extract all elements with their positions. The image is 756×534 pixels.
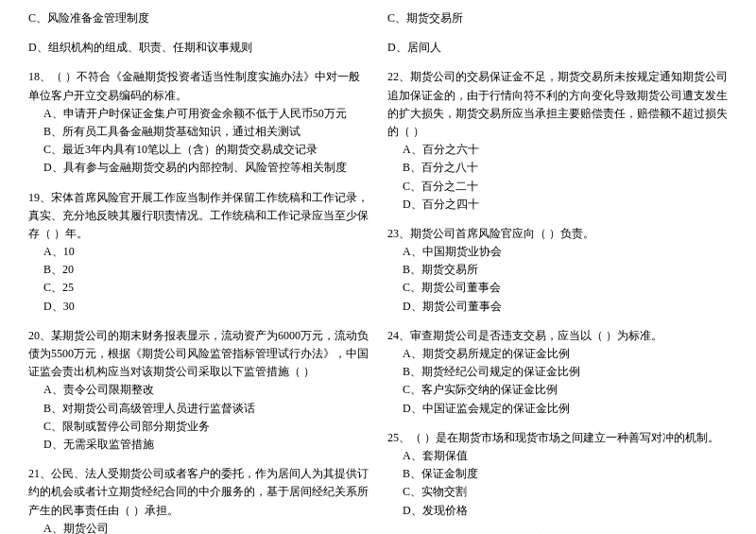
left-column: C、风险准备金管理制度 D、组织机构的组成、职责、任期和议事规则 18、（ ）不…	[28, 9, 369, 534]
page-content: C、风险准备金管理制度 D、组织机构的组成、职责、任期和议事规则 18、（ ）不…	[28, 9, 728, 534]
question-21: 21、公民、法人受期货公司或者客户的委托，作为居间人为其提供订约的机会或者计立期…	[28, 465, 369, 534]
q25-opt-b: B、保证金制度	[403, 465, 728, 483]
q25-opt-d: D、发现价格	[403, 502, 728, 520]
q25-opt-c: C、实物交割	[403, 483, 728, 501]
right-column: C、期货交易所 D、居间人 22、期货公司的交易保证金不足，期货交易所未按规定通…	[387, 9, 728, 534]
q25-text: 25、（ ）是在期货市场和现货市场之间建立一种善写对冲的机制。	[387, 429, 728, 447]
q19-opt-a: A、10	[43, 243, 369, 261]
q24-opt-a: A、期货交易所规定的保证金比例	[403, 345, 728, 363]
q23-opt-a: A、中国期货业协会	[403, 243, 728, 261]
q18-opt-b: B、所有员工具备金融期货基础知识，通过相关测试	[43, 123, 369, 141]
q19-opt-b: B、20	[43, 261, 369, 279]
q18-text: 18、（ ）不符合《金融期货投资者适当性制度实施办法》中对一般单位客户开立交易编…	[28, 68, 369, 104]
q23-opt-d: D、期货公司董事会	[403, 298, 728, 316]
question-25: 25、（ ）是在期货市场和现货市场之间建立一种善写对冲的机制。 A、套期保值 B…	[387, 429, 728, 520]
q20-opt-c: C、限制或暂停公司部分期货业务	[43, 418, 369, 436]
question-18: 18、（ ）不符合《金融期货投资者适当性制度实施办法》中对一般单位客户开立交易编…	[28, 68, 369, 177]
item-c-wind: C、风险准备金管理制度	[28, 9, 369, 27]
q23-opt-b: B、期货交易所	[403, 261, 728, 279]
q22-opt-d: D、百分之四十	[403, 196, 728, 214]
q25-opt-a: A、套期保值	[403, 447, 728, 465]
q20-opt-a: A、责令公司限期整改	[43, 381, 369, 399]
item-c-wind-text: C、风险准备金管理制度	[28, 11, 149, 25]
q19-opt-d: D、30	[43, 298, 369, 316]
q24-text: 24、审查期货公司是否违支交易，应当以（ ）为标准。	[387, 327, 728, 345]
q24-opt-b: B、期货经纪公司规定的保证金比例	[403, 363, 728, 381]
question-20: 20、某期货公司的期末财务报表显示，流动资产为6000万元，流动负债为5500万…	[28, 327, 369, 454]
q23-text: 23、期货公司首席风险官应向（ ）负责。	[387, 225, 728, 243]
question-24: 24、审查期货公司是否违支交易，应当以（ ）为标准。 A、期货交易所规定的保证金…	[387, 327, 728, 418]
q22-opt-c: C、百分之二十	[403, 178, 728, 196]
item-c-exchange-text: C、期货交易所	[387, 11, 463, 25]
question-19: 19、宋体首席风险官开展工作应当制作并保留工作统稿和工作记录，真实、充分地反映其…	[28, 189, 369, 316]
item-c-exchange: C、期货交易所	[387, 9, 728, 27]
q21-opt-a: A、期货公司	[43, 520, 369, 534]
q22-opt-a: A、百分之六十	[403, 141, 728, 159]
q19-text: 19、宋体首席风险官开展工作应当制作并保留工作统稿和工作记录，真实、充分地反映其…	[28, 189, 369, 244]
item-d-org-text: D、组织机构的组成、职责、任期和议事规则	[28, 41, 252, 54]
q22-text: 22、期货公司的交易保证金不足，期货交易所未按规定通知期货公司追加保证金的，由于…	[387, 68, 728, 141]
question-22: 22、期货公司的交易保证金不足，期货交易所未按规定通知期货公司追加保证金的，由于…	[387, 68, 728, 214]
question-23: 23、期货公司首席风险官应向（ ）负责。 A、中国期货业协会 B、期货交易所 C…	[387, 225, 728, 316]
q19-opt-c: C、25	[43, 279, 369, 297]
q21-text: 21、公民、法人受期货公司或者客户的委托，作为居间人为其提供订约的机会或者计立期…	[28, 465, 369, 520]
q24-opt-d: D、中国证监会规定的保证金比例	[403, 400, 728, 418]
q20-text: 20、某期货公司的期末财务报表显示，流动资产为6000万元，流动负债为5500万…	[28, 327, 369, 382]
item-d-org: D、组织机构的组成、职责、任期和议事规则	[28, 39, 369, 57]
item-d-intermediary: D、居间人	[387, 39, 728, 57]
q23-opt-c: C、期货公司董事会	[403, 279, 728, 297]
q20-opt-d: D、无需采取监管措施	[43, 436, 369, 454]
q18-opt-c: C、最近3年内具有10笔以上（含）的期货交易成交记录	[43, 141, 369, 159]
q22-opt-b: B、百分之八十	[403, 159, 728, 177]
q18-opt-a: A、申请开户时保证金集户可用资金余额不低于人民币50万元	[43, 105, 369, 123]
q18-opt-d: D、具有参与金融期货交易的内部控制、风险管控等相关制度	[43, 159, 369, 177]
q24-opt-c: C、客户实际交纳的保证金比例	[403, 381, 728, 399]
item-d-intermediary-text: D、居间人	[387, 41, 441, 54]
q20-opt-b: B、对期货公司高级管理人员进行监督谈话	[43, 400, 369, 418]
